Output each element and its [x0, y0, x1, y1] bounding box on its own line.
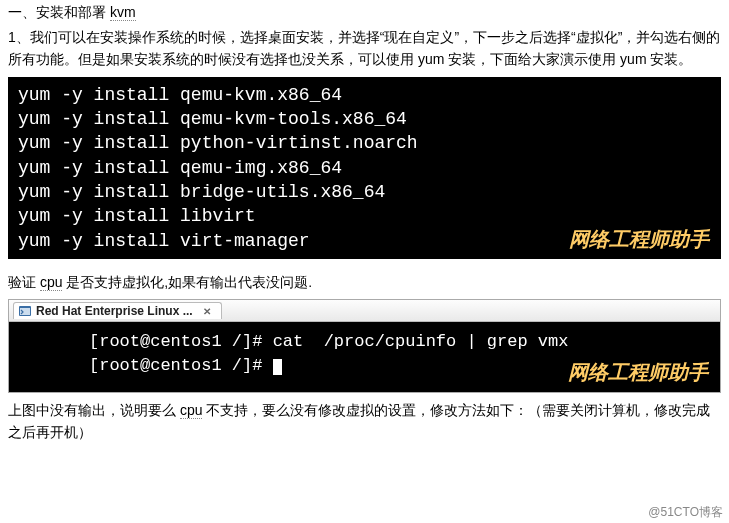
paragraph-1: 1、我们可以在安装操作系统的时候，选择桌面安装，并选择“现在自定义”，下一步之后…: [8, 26, 721, 71]
cursor: [273, 359, 282, 375]
heading-text: 安装和部署: [36, 4, 110, 20]
terminal-block-2: [root@centos1 /]# cat /proc/cpuinfo | gr…: [9, 322, 720, 392]
watermark-text: 网络工程师助手: [568, 358, 708, 386]
tab-redhat[interactable]: Red Hat Enterprise Linux ... ✕: [13, 302, 222, 319]
footer-text: 上图中没有输出，说明要么 cpu 不支持，要么没有修改虚拟的设置，修改方法如下：…: [8, 399, 721, 444]
terminal-line: yum -y install bridge-utils.x86_64: [18, 180, 711, 204]
section-heading: 一、安装和部署 kvm: [8, 4, 721, 22]
verify-text: 验证 cpu 是否支持虚拟化,如果有输出代表没问题.: [8, 271, 721, 293]
paragraph-number: 1、: [8, 29, 30, 45]
terminal-icon: [18, 304, 32, 318]
terminal-line: [root@centos1 /]# cat /proc/cpuinfo | gr…: [19, 330, 710, 354]
paragraph-text: 我们可以在安装操作系统的时候，选择桌面安装，并选择“现在自定义”，下一步之后选择…: [8, 29, 720, 67]
verify-before: 验证: [8, 274, 40, 290]
terminal-line: yum -y install qemu-img.x86_64: [18, 156, 711, 180]
footer-before: 上图中没有输出，说明要么: [8, 402, 180, 418]
footer-cpu: cpu: [180, 402, 203, 419]
watermark-text: 网络工程师助手: [569, 226, 709, 253]
tab-label: Red Hat Enterprise Linux ...: [36, 304, 193, 318]
heading-kvm: kvm: [110, 4, 136, 21]
heading-prefix: 一、: [8, 4, 36, 20]
close-icon[interactable]: ✕: [201, 305, 213, 317]
terminal-line: yum -y install python-virtinst.noarch: [18, 131, 711, 155]
terminal-line: yum -y install qemu-kvm.x86_64: [18, 83, 711, 107]
verify-cpu: cpu: [40, 274, 63, 291]
blog-watermark: @51CTO博客: [648, 504, 723, 521]
verify-after: 是否支持虚拟化,如果有输出代表没问题.: [62, 274, 312, 290]
terminal-line: yum -y install qemu-kvm-tools.x86_64: [18, 107, 711, 131]
terminal-window: Red Hat Enterprise Linux ... ✕ [root@cen…: [8, 299, 721, 393]
tab-bar: Red Hat Enterprise Linux ... ✕: [9, 300, 720, 322]
terminal-block-1: yum -y install qemu-kvm.x86_64 yum -y in…: [8, 77, 721, 259]
